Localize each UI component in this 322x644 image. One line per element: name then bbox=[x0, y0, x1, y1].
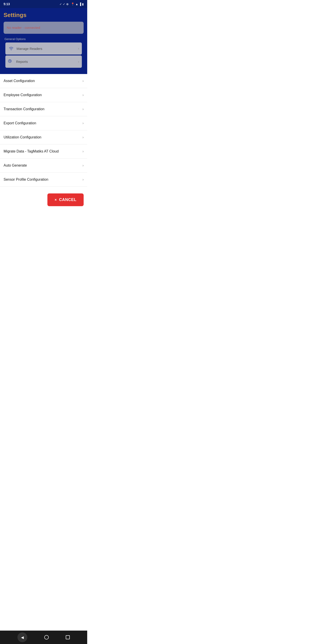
manage-readers-chevron: › bbox=[78, 46, 79, 50]
battery-icon: ▮ bbox=[82, 2, 84, 6]
svg-rect-0 bbox=[10, 49, 12, 50]
export-configuration-item[interactable]: Export Configuration › bbox=[0, 116, 87, 130]
utilization-configuration-item[interactable]: Utilization Configuration › bbox=[0, 130, 87, 144]
page-title: Settings bbox=[4, 12, 84, 18]
employee-configuration-label: Employee Configuration bbox=[4, 93, 42, 97]
cancel-label: CANCEL bbox=[59, 198, 76, 202]
asset-configuration-label: Asset Configuration bbox=[4, 79, 35, 83]
reports-chevron: › bbox=[78, 60, 79, 64]
cancel-x-icon: × bbox=[54, 198, 57, 202]
reader-card: No reader - connected bbox=[4, 22, 84, 34]
main-list: Asset Configuration › Employee Configura… bbox=[0, 74, 87, 187]
header-area: Settings No reader - connected General O… bbox=[0, 8, 87, 74]
asset-configuration-chevron: › bbox=[82, 79, 84, 83]
manage-readers-label: Manage Readers bbox=[16, 47, 42, 50]
utilization-configuration-chevron: › bbox=[82, 135, 84, 139]
employee-configuration-chevron: › bbox=[82, 93, 84, 97]
cancel-btn-container: × CANCEL bbox=[0, 187, 87, 212]
general-options-label: General Options bbox=[4, 36, 84, 42]
wifi-status-icon: ▲ bbox=[75, 2, 78, 6]
status-bar: 5:13 ✓ ✓ ⊕ 📍 ▲ ▐ ▮ bbox=[0, 0, 87, 8]
sensor-profile-chevron: › bbox=[82, 178, 84, 182]
wifi-reader-icon bbox=[8, 46, 14, 52]
export-configuration-chevron: › bbox=[82, 121, 84, 125]
manage-readers-item[interactable]: Manage Readers › bbox=[5, 42, 82, 54]
auto-generate-item[interactable]: Auto Generate › bbox=[0, 158, 87, 173]
reader-status: No reader - connected bbox=[7, 26, 40, 30]
migrate-data-chevron: › bbox=[82, 149, 84, 154]
sensor-profile-label: Sensor Profile Configuration bbox=[4, 178, 48, 182]
migrate-data-item[interactable]: Migrate Data - TagMatiks AT Cloud › bbox=[0, 144, 87, 158]
transaction-configuration-item[interactable]: Transaction Configuration › bbox=[0, 102, 87, 116]
reports-icon bbox=[8, 58, 14, 64]
auto-generate-chevron: › bbox=[82, 164, 84, 168]
sensor-profile-item[interactable]: Sensor Profile Configuration › bbox=[0, 173, 87, 187]
location-icon: 📍 bbox=[71, 2, 74, 6]
auto-generate-label: Auto Generate bbox=[4, 164, 27, 168]
migrate-data-label: Migrate Data - TagMatiks AT Cloud bbox=[4, 149, 58, 154]
export-configuration-label: Export Configuration bbox=[4, 121, 36, 125]
reports-label: Reports bbox=[16, 60, 28, 64]
transaction-configuration-label: Transaction Configuration bbox=[4, 107, 44, 111]
utilization-configuration-label: Utilization Configuration bbox=[4, 135, 41, 139]
employee-configuration-item[interactable]: Employee Configuration › bbox=[0, 88, 87, 102]
signal-icon: ▐ bbox=[79, 2, 81, 6]
check-icon-1: ✓ bbox=[60, 2, 62, 6]
at-icon: ⊕ bbox=[66, 2, 69, 6]
check-icon-2: ✓ bbox=[63, 2, 65, 6]
asset-configuration-item[interactable]: Asset Configuration › bbox=[0, 74, 87, 88]
status-icons: ✓ ✓ ⊕ 📍 ▲ ▐ ▮ bbox=[60, 2, 84, 6]
reports-item[interactable]: Reports › bbox=[5, 56, 82, 68]
cancel-button[interactable]: × CANCEL bbox=[48, 194, 84, 206]
transaction-configuration-chevron: › bbox=[82, 107, 84, 111]
status-time: 5:13 bbox=[4, 2, 10, 6]
